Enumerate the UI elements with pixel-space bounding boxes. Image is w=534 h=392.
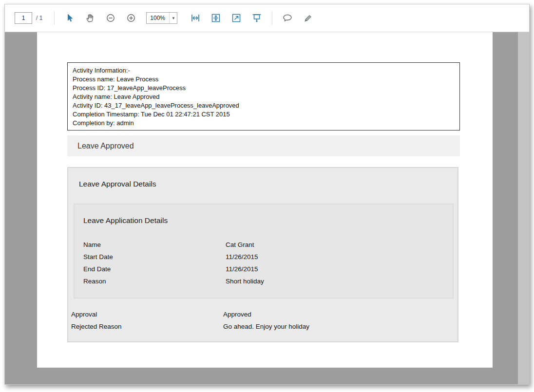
- field-row: Name Cat Grant: [83, 239, 448, 251]
- leave-application-details-panel: Leave Application Details Name Cat Grant…: [74, 204, 454, 299]
- field-row: Reason Short holiday: [83, 275, 448, 287]
- section-header: Leave Approved: [67, 135, 460, 156]
- field-label: Name: [83, 241, 226, 248]
- field-label: Rejected Reason: [71, 323, 223, 330]
- field-value: 11/26/2015: [226, 253, 448, 261]
- toolbar: / 1: [5, 4, 529, 32]
- page-number-input[interactable]: [15, 12, 32, 24]
- field-label: Approval: [71, 311, 223, 318]
- field-value: Cat Grant: [226, 241, 448, 248]
- fit-width-icon: [190, 13, 201, 23]
- field-value: 11/26/2015: [226, 265, 448, 273]
- panel-title: Leave Approval Details: [68, 168, 458, 188]
- application-fields: Name Cat Grant Start Date 11/26/2015 End…: [83, 239, 448, 287]
- comment-tool-button[interactable]: [279, 10, 296, 26]
- hand-tool-icon: [85, 13, 95, 23]
- field-value: Approved: [223, 311, 452, 318]
- toolbar-separator: [272, 11, 272, 25]
- section-title: Leave Approved: [77, 142, 134, 150]
- document-page: Activity Information:- Process name: Lea…: [37, 32, 493, 368]
- fit-page-icon: [210, 13, 221, 23]
- zoom-in-icon: [126, 13, 136, 23]
- pdf-viewer-window: / 1: [4, 4, 530, 385]
- activity-info-line: Activity ID: 43_17_leaveApp_leaveProcess…: [73, 101, 455, 110]
- fit-width-button[interactable]: [187, 10, 204, 26]
- field-label: End Date: [83, 265, 226, 273]
- field-label: Reason: [83, 278, 226, 285]
- field-value: Go ahead. Enjoy your holiday: [223, 323, 452, 330]
- activity-info-line: Completion by: admin: [73, 119, 455, 128]
- activity-info-line: Activity name: Leave Approved: [73, 93, 455, 101]
- activity-information-box: Activity Information:- Process name: Lea…: [67, 62, 460, 131]
- page-total-label: / 1: [36, 15, 42, 21]
- field-label: Start Date: [83, 253, 226, 261]
- zoom-in-button[interactable]: [122, 10, 140, 26]
- zoom-level-select[interactable]: 100% ▼: [146, 12, 177, 24]
- activity-info-line: Process name: Leave Process: [73, 75, 455, 84]
- approval-fields: Approval Approved Rejected Reason Go ahe…: [71, 308, 452, 333]
- fit-page-button[interactable]: [207, 10, 225, 26]
- inner-panel-title: Leave Application Details: [75, 205, 453, 225]
- toolbar-separator: [54, 11, 55, 25]
- zoom-out-icon: [106, 13, 115, 23]
- actual-size-button[interactable]: [228, 10, 245, 26]
- presentation-mode-button[interactable]: [248, 10, 266, 26]
- zoom-level-value: 100%: [147, 15, 169, 21]
- presentation-icon: [251, 13, 262, 23]
- hand-tool-button[interactable]: [81, 10, 99, 26]
- zoom-out-button[interactable]: [102, 10, 119, 26]
- field-value: Short holiday: [226, 278, 448, 285]
- viewer-content-area: Activity Information:- Process name: Lea…: [5, 32, 529, 384]
- vertical-scrollbar[interactable]: [518, 32, 529, 384]
- field-row: End Date 11/26/2015: [83, 263, 448, 275]
- select-tool-button[interactable]: [61, 10, 78, 26]
- highlighter-icon: [303, 13, 313, 23]
- field-row: Rejected Reason Go ahead. Enjoy your hol…: [71, 320, 452, 333]
- activity-info-line: Activity Information:-: [73, 66, 455, 75]
- activity-info-line: Completion Timestamp: Tue Dec 01 22:47:2…: [73, 110, 455, 119]
- comment-bubble-icon: [282, 13, 293, 23]
- field-row: Start Date 11/26/2015: [83, 251, 448, 263]
- leave-approval-details-panel: Leave Approval Details Leave Application…: [67, 167, 458, 342]
- highlighter-tool-button[interactable]: [299, 10, 317, 26]
- actual-size-icon: [231, 13, 242, 23]
- activity-info-line: Process ID: 17_leaveApp_leaveProcess: [73, 84, 455, 93]
- field-row: Approval Approved: [71, 308, 452, 320]
- select-cursor-icon: [65, 13, 75, 23]
- chevron-down-icon: ▼: [169, 13, 177, 23]
